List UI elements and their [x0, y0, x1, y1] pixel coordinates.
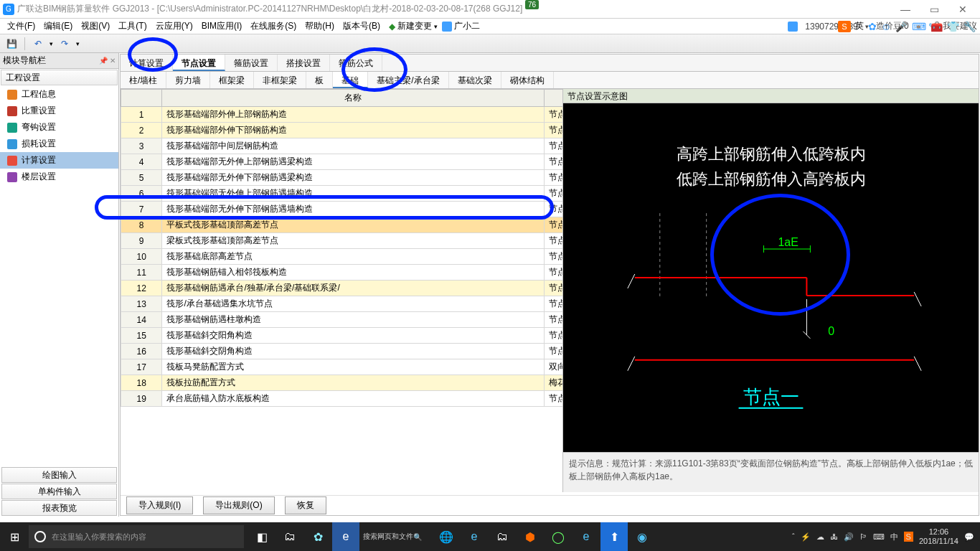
tray-clock[interactable]: 12:06 2018/11/14 [919, 527, 958, 546]
tb-app5-icon[interactable]: ◯ [545, 522, 572, 551]
nav-item[interactable]: 损耗设置 [0, 136, 118, 152]
user-button[interactable]: 广小二 [442, 20, 480, 32]
taskbar-search[interactable]: 在这里输入你要搜索的内容 [29, 525, 244, 548]
save-icon[interactable]: 💾 [4, 37, 19, 51]
component-tab[interactable]: 板 [306, 72, 333, 88]
tray-flag-icon[interactable]: 🏳 [859, 532, 867, 541]
nav-item-label: 损耗设置 [22, 138, 56, 150]
nav-report-preview[interactable]: 报表预览 [1, 500, 117, 516]
group-title[interactable]: 工程设置 [1, 70, 118, 85]
tray-net-icon[interactable]: 🖧 [830, 532, 838, 541]
diagram-text2: 低跨上部钢筋伸入高跨板内 [677, 170, 866, 188]
component-tab[interactable]: 框架梁 [210, 72, 254, 88]
main-tab[interactable]: 节点设置 [173, 55, 225, 71]
menu-tools[interactable]: 工具(T) [114, 19, 151, 34]
component-tab[interactable]: 砌体结构 [501, 72, 554, 88]
component-tab[interactable]: 基础主梁/承台梁 [368, 72, 448, 88]
tb-app2-icon[interactable]: ✿ [304, 522, 331, 551]
col-index [121, 90, 162, 107]
taskview-icon[interactable]: ◧ [248, 522, 275, 551]
close-button[interactable]: ✕ [948, 4, 977, 15]
menu-edit[interactable]: 编辑(E) [39, 19, 77, 34]
nav-item-label: 弯钩设置 [22, 121, 56, 133]
main-tab[interactable]: 搭接设置 [278, 55, 330, 71]
component-tab[interactable]: 柱/墙柱 [121, 72, 166, 88]
diagram-zero: 0 [828, 325, 834, 337]
nav-list: 工程信息比重设置弯钩设置损耗设置计算设置楼层设置 [0, 86, 118, 466]
tray-notif-icon[interactable]: 💬 [964, 532, 974, 542]
cortana-icon [34, 531, 46, 542]
component-tab[interactable]: 非框架梁 [254, 72, 306, 88]
sogou-mic-icon[interactable]: 🎤 [895, 21, 908, 32]
nav-item-label: 比重设置 [22, 105, 56, 117]
diagram-hint: 提示信息：规范计算：来源11G101-3第83页“变截面部位钢筋构造”节点。高板… [563, 452, 979, 492]
menu-online[interactable]: 在线服务(S) [246, 19, 301, 34]
diagram-title: 节点设置示意图 [563, 89, 979, 103]
component-tab[interactable]: 基础次梁 [449, 72, 501, 88]
sogou-wrench-icon[interactable]: 🔧 [963, 21, 976, 32]
window-title: 广联达BIM钢筋算量软件 GGJ2013 - [C:\Users\Adminis… [17, 3, 891, 15]
sogou-toolbox-icon[interactable]: 🧰 [930, 21, 943, 32]
nav-item[interactable]: 工程信息 [0, 86, 118, 103]
tray-keyboard-icon[interactable]: ⌨ [873, 532, 885, 542]
tray-up-icon[interactable]: ˆ [792, 532, 795, 541]
panel-pin-icon[interactable]: 📌 ✕ [99, 57, 116, 65]
maximize-button[interactable]: ▭ [920, 4, 948, 15]
restore-button[interactable]: 恢复 [285, 496, 326, 514]
nav-item[interactable]: 弯钩设置 [0, 119, 118, 136]
component-tab[interactable]: 基础 [333, 72, 368, 88]
menu-version[interactable]: 版本号(B) [339, 19, 385, 34]
tb-mini-search[interactable]: 搜索网页和文件 🔍 [360, 522, 432, 551]
menu-bim[interactable]: BIM应用(I) [197, 19, 247, 34]
main-tab[interactable]: 箍筋公式 [330, 55, 382, 71]
tray-vol-icon[interactable]: 🔊 [844, 532, 854, 542]
svg-line-9 [914, 357, 921, 371]
menu-help[interactable]: 帮助(H) [301, 19, 339, 34]
avatar-icon [788, 22, 798, 32]
menu-file[interactable]: 文件(F) [3, 19, 39, 34]
sogou-icon[interactable]: S [838, 21, 850, 32]
sogou-shirt-icon[interactable]: 👕 [947, 21, 959, 32]
tray-bolt-icon[interactable]: ⚡ [801, 532, 811, 542]
app-icon: G [3, 4, 14, 15]
nav-item[interactable]: 计算设置 [0, 152, 118, 169]
tb-app7-icon[interactable]: ◉ [628, 522, 656, 551]
svg-line-6 [628, 274, 635, 288]
export-rule-button[interactable]: 导出规则(O) [203, 496, 274, 514]
redo-icon[interactable]: ↷ [57, 37, 72, 51]
nav-single-input[interactable]: 单构件输入 [1, 484, 117, 499]
sogou-settings-icon[interactable]: ✿ [868, 21, 877, 32]
nav-item[interactable]: 楼层设置 [0, 169, 118, 185]
main-tab[interactable]: 计算设置 [121, 55, 173, 71]
menu-view[interactable]: 视图(V) [77, 19, 114, 34]
minimize-button[interactable]: — [891, 4, 920, 15]
tb-app6-icon[interactable]: ⬆ [600, 522, 628, 551]
tray-cloud-icon[interactable]: ☁ [816, 532, 824, 542]
sogou-keyboard-icon[interactable]: ⌨ [912, 21, 926, 32]
tray-ime-zh[interactable]: 中 [890, 532, 898, 542]
nav-item[interactable]: 比重设置 [0, 103, 118, 119]
tb-app1-icon[interactable]: 🗂 [276, 522, 303, 551]
bottom-buttons: 导入规则(I) 导出规则(O) 恢复 [121, 495, 979, 515]
menu-cloud[interactable]: 云应用(Y) [151, 19, 197, 34]
nav-item-icon [7, 139, 17, 149]
diagram-canvas: 高跨上部钢筋伸入低跨板内 低跨上部钢筋伸入高跨板内 [563, 103, 979, 452]
import-rule-button[interactable]: 导入规则(I) [126, 496, 193, 514]
tb-explorer-icon[interactable]: 🗂 [489, 522, 516, 551]
tb-app3-icon[interactable]: 🌐 [433, 522, 460, 551]
sogou-user-icon[interactable]: ☺ [881, 21, 891, 32]
sogou-lang[interactable]: 英 [855, 20, 864, 32]
svg-line-7 [628, 357, 635, 371]
start-button[interactable]: ⊞ [0, 522, 29, 551]
main-tab[interactable]: 箍筋设置 [225, 55, 278, 71]
tb-ie2-icon[interactable]: e [461, 522, 488, 551]
component-tab[interactable]: 剪力墙 [166, 72, 210, 88]
tray-sogou-icon[interactable]: S [904, 532, 913, 542]
tb-ie-icon[interactable]: e [332, 522, 359, 551]
new-change-button[interactable]: ◆新建变更 ▾ [389, 20, 438, 32]
undo-icon[interactable]: ↶ [31, 37, 45, 51]
tb-edge-icon[interactable]: e [573, 522, 600, 551]
tb-app4-icon[interactable]: ⬢ [517, 522, 544, 551]
nav-draw-input[interactable]: 绘图输入 [1, 467, 117, 483]
nav-item-icon [7, 123, 17, 133]
